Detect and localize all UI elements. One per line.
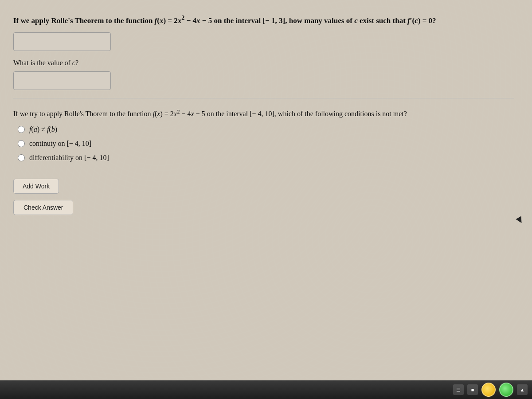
- value-of-c-label: What is the value of c?: [13, 59, 514, 67]
- page-content: If we apply Rolle's Theorem to the funct…: [0, 0, 532, 399]
- question-2-text: If we try to apply Rolle's Thorem to the…: [13, 107, 514, 119]
- taskbar: ☰ ■ ▲: [0, 380, 532, 399]
- question-1-text: If we apply Rolle's Theorem to the funct…: [13, 13, 514, 26]
- taskbar-circle-yellow[interactable]: [481, 383, 496, 397]
- check-answer-button[interactable]: Check Answer: [13, 200, 73, 215]
- divider: [13, 98, 514, 98]
- buttons-group: Add Work: [13, 170, 514, 200]
- taskbar-circle-green[interactable]: [499, 383, 513, 397]
- value-of-c-answer-box[interactable]: [13, 71, 111, 90]
- taskbar-icon-2[interactable]: ■: [467, 384, 478, 395]
- option-3-label: differentiability on [− 4, 10]: [29, 154, 109, 162]
- question-1-answer-box[interactable]: [13, 32, 111, 51]
- option-1-label: f(a) ≠ f(b): [29, 125, 57, 133]
- option-2-radio[interactable]: [18, 140, 25, 147]
- sub-question-block: What is the value of c?: [13, 59, 514, 90]
- options-group: f(a) ≠ f(b) continuty on [− 4, 10] diffe…: [18, 125, 514, 162]
- option-2-label: continuty on [− 4, 10]: [29, 140, 91, 148]
- option-2[interactable]: continuty on [− 4, 10]: [18, 140, 514, 148]
- option-3[interactable]: differentiability on [− 4, 10]: [18, 154, 514, 162]
- option-3-radio[interactable]: [18, 154, 25, 161]
- option-1[interactable]: f(a) ≠ f(b): [18, 125, 514, 133]
- taskbar-icon-1[interactable]: ☰: [453, 384, 464, 395]
- check-answer-group: Check Answer: [13, 200, 514, 219]
- option-1-radio[interactable]: [18, 126, 25, 133]
- add-work-button[interactable]: Add Work: [13, 179, 59, 194]
- question-1-block: If we apply Rolle's Theorem to the funct…: [13, 13, 514, 51]
- question-2-block: If we try to apply Rolle's Thorem to the…: [13, 107, 514, 162]
- taskbar-icon-3[interactable]: ▲: [517, 384, 528, 395]
